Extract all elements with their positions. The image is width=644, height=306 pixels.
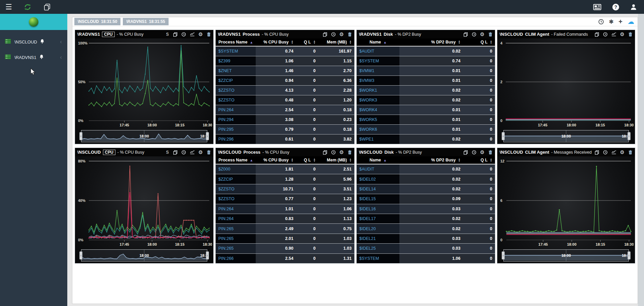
table-row[interactable]: PIN:264 2.54 0 0.18 [216, 105, 354, 115]
table-row[interactable]: $IDEL25 0.03 0 [357, 244, 495, 253]
tab-nscloud[interactable]: \NSCLOUD 18:31:50 [74, 18, 120, 25]
legend-item[interactable]: $ZZCIP.N1002581 [522, 144, 561, 144]
column-header-ql[interactable]: Q L▲▼ [463, 158, 495, 162]
trash-icon[interactable] [207, 150, 211, 155]
table-row[interactable]: $VMW3 0.01 0 [357, 76, 495, 86]
clock-icon[interactable] [472, 32, 476, 37]
table-row[interactable]: PIN:264 1.01 0 1.06 [216, 204, 354, 214]
column-header-name[interactable]: Name▲ [357, 40, 399, 44]
table-row[interactable]: $Z000 1.81 0 2.51 [216, 164, 354, 174]
column-header-ql[interactable]: Q L▲▼ [296, 158, 318, 162]
table-row[interactable]: $IDEL02 0.02 0 [357, 174, 495, 184]
cloud-icon[interactable]: ☁ [628, 19, 634, 25]
copy-icon[interactable] [323, 32, 327, 37]
range-handle-left[interactable]: ‖ [502, 132, 505, 140]
history-clock-icon[interactable] [598, 19, 604, 25]
summary-toggle[interactable]: S [166, 32, 169, 37]
copy-icon[interactable] [463, 32, 468, 37]
table-row[interactable]: $ZZSTO 10.71 0 3.51 [216, 184, 354, 194]
trash-icon[interactable] [488, 32, 493, 37]
legend-item[interactable]: 02 [127, 263, 139, 264]
table-row[interactable]: $ZNET 1.46 0 2.70 [216, 66, 354, 76]
table-row[interactable]: $IDEL21 0.03 0 [357, 234, 495, 244]
legend-item[interactable]: 05 [193, 263, 206, 264]
clock-icon[interactable] [331, 32, 336, 37]
clock-icon[interactable] [181, 32, 186, 37]
table-row[interactable]: PIN:294 3.08 0 0.23 [216, 115, 354, 125]
range-handle-right[interactable]: ‖ [206, 132, 209, 140]
chart-legend[interactable]: $ZZCIP.N1002581$ZZCIP.N1002582$ZZCIP.S10… [499, 142, 634, 144]
table-row[interactable]: $SYSTEM 1.06 0 [357, 254, 495, 263]
table-row[interactable]: $ZZCIP 0.94 0 6.36 [216, 76, 354, 86]
snapshot-icon[interactable]: ✱ [609, 19, 613, 25]
time-range-selector[interactable]: ‖ ‖ 18:00 18:3 [503, 249, 629, 262]
hamburger-menu-icon[interactable]: ☰ [5, 3, 12, 11]
copy-icon[interactable] [595, 32, 599, 37]
news-icon[interactable] [593, 4, 602, 10]
table-row[interactable]: $ZZCIP 1.28 0 5.96 [216, 174, 354, 184]
help-icon[interactable]: ? [612, 4, 619, 10]
table-row[interactable]: $Z399 1.06 0 1.15 [216, 56, 354, 66]
gear-icon[interactable]: ⚙ [480, 32, 485, 37]
gear-icon[interactable]: ⚙ [339, 32, 344, 37]
legend-item[interactable]: 04 [171, 263, 184, 264]
pages-icon[interactable] [43, 3, 51, 11]
table-row[interactable]: $VMW1 0.01 0 [357, 66, 495, 76]
table-row[interactable]: PIN:266 2.54 0 1.31 [216, 254, 354, 263]
column-header-cpu-busy[interactable]: % CPU Busy▲▼ [256, 40, 296, 44]
trend-chart-icon[interactable] [190, 150, 195, 155]
clock-icon[interactable] [603, 150, 608, 155]
summary-toggle[interactable]: S [166, 150, 169, 155]
time-range-selector[interactable]: ‖ ‖ 18:00 18:3 [81, 130, 207, 142]
refresh-icon[interactable] [24, 3, 32, 11]
sidebar-item-nscloud[interactable]: \NSCLOUD ‹ [0, 34, 67, 50]
clock-icon[interactable] [603, 32, 608, 37]
trash-icon[interactable] [628, 150, 633, 155]
globe-icon[interactable] [29, 17, 38, 27]
legend-item[interactable]: 03 [149, 263, 162, 264]
gear-icon[interactable]: ⚙ [199, 32, 203, 37]
chart-legend[interactable]: 0001 [76, 142, 212, 144]
column-header-ql[interactable]: Q L▲▼ [296, 40, 318, 44]
gear-icon[interactable]: ⚙ [339, 150, 344, 155]
trash-icon[interactable] [628, 32, 633, 37]
copy-icon[interactable] [173, 150, 178, 155]
table-row[interactable]: $ZZSTO 0.48 0 1.20 [216, 95, 354, 105]
table-row[interactable]: $ZZSTO 4.13 0 2.28 [216, 86, 354, 95]
column-header-ql[interactable]: Q L▲▼ [463, 40, 495, 44]
gear-icon[interactable]: ⚙ [480, 150, 485, 155]
copy-icon[interactable] [323, 150, 327, 155]
column-header-process-name[interactable]: Process Name▲ [216, 40, 256, 44]
trash-icon[interactable] [488, 150, 493, 155]
table-row[interactable]: $WORK1 0.02 0 [357, 86, 495, 95]
chevron-left-icon[interactable]: ‹ [60, 54, 62, 61]
table-row[interactable]: PIN:295 0.79 0 0.18 [216, 125, 354, 134]
table-row[interactable]: PIN:265 2.01 0 1.03 [216, 234, 354, 244]
range-handle-right[interactable]: ‖ [206, 251, 209, 259]
cpu-badge[interactable]: CPU [102, 32, 114, 37]
table-row[interactable]: $WORK3 0.02 0 [357, 95, 495, 105]
trash-icon[interactable] [348, 150, 352, 155]
trend-chart-icon[interactable] [611, 150, 616, 155]
copy-icon[interactable] [173, 32, 178, 37]
legend-item[interactable]: $ZZCIP.N1002581 [522, 263, 561, 264]
table-row[interactable]: $WPE1 0.02 0 [357, 134, 495, 144]
clock-icon[interactable] [181, 150, 186, 155]
time-range-selector[interactable]: ‖ ‖ 18:00 18:3 [81, 249, 207, 262]
table-row[interactable]: $ZZSTO 0.77 0 1.23 [216, 194, 354, 204]
chart-legend[interactable]: $ZZCIP.N1002581$ZZCIP.N1002582$ZZCIP.S10… [499, 262, 634, 264]
gear-icon[interactable]: ⚙ [620, 32, 624, 37]
table-row[interactable]: $IDEL17 0.02 0 [357, 214, 495, 224]
trash-icon[interactable] [207, 32, 211, 37]
table-row[interactable]: $IDEL16 0.03 0 [357, 204, 495, 214]
table-row[interactable]: $IDEL20 0.02 0 [357, 224, 495, 234]
trash-icon[interactable] [348, 32, 352, 37]
cpu-badge[interactable]: CPU [103, 150, 115, 155]
clock-icon[interactable] [331, 150, 336, 155]
sidebar-item-radvns1[interactable]: \RADVNS1 ‹ [0, 50, 67, 65]
table-row[interactable]: $WORK4 0.01 0 [357, 105, 495, 115]
legend-item[interactable]: 00 [127, 144, 139, 144]
trend-chart-icon[interactable] [611, 32, 616, 37]
user-icon[interactable] [630, 3, 637, 11]
legend-item[interactable]: $ZZCIP.N1002582 [571, 263, 610, 264]
